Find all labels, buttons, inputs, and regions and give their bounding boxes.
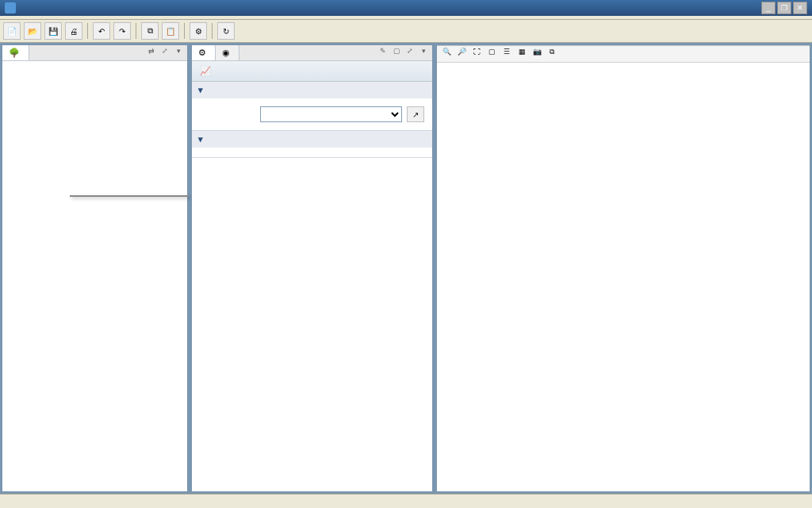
tab-material-browser[interactable]: ◉ <box>216 45 239 60</box>
copy-button[interactable]: ⧉ <box>141 22 159 40</box>
model-builder-tab[interactable]: 🌳 <box>2 45 29 60</box>
undo-button[interactable]: ↶ <box>93 22 110 40</box>
maximize-button[interactable]: ❐ <box>777 2 791 14</box>
tree-icon: 🌳 <box>9 48 20 58</box>
dataset-goto-button[interactable]: ↗ <box>407 106 424 122</box>
open-button[interactable]: 📂 <box>24 22 41 40</box>
brush-icon[interactable]: ✎ <box>377 47 389 58</box>
close-tab-icon[interactable]: ▾ <box>418 47 429 58</box>
expand-icon[interactable]: ⤢ <box>159 47 170 58</box>
section-plot-settings-header[interactable]: ▾ <box>192 131 432 148</box>
new-button[interactable]: 📄 <box>3 22 21 40</box>
paste-button[interactable]: 📋 <box>162 22 179 40</box>
zoom-in-icon[interactable]: 🔍 <box>440 48 453 60</box>
section-data-header[interactable]: ▾ <box>192 82 432 98</box>
min-icon[interactable]: ▢ <box>391 47 402 58</box>
graphics-canvas[interactable] <box>437 63 810 491</box>
close-button[interactable]: ✕ <box>793 2 807 14</box>
collapse-arrow-icon: ▾ <box>198 85 203 95</box>
menu-icon[interactable]: ▾ <box>173 47 184 58</box>
app-icon <box>5 2 16 13</box>
graphics-toolbar: 🔍 🔎 ⛶ ▢ ☰ ▦ 📷 ⧉ <box>437 46 810 63</box>
view-list-icon[interactable]: ☰ <box>500 48 513 60</box>
titlebar: _ ❐ ✕ <box>0 0 812 16</box>
statusbar <box>0 494 812 508</box>
graphics-panel: 🔍 🔎 ⛶ ▢ ☰ ▦ 📷 ⧉ <box>436 44 810 492</box>
settings-panel: ⚙ ◉ ✎ ▢ ⤢ ▾ 📈 ▾ <box>191 44 433 492</box>
model-tree[interactable] <box>2 61 187 491</box>
settings-icon: ⚙ <box>198 48 206 58</box>
window-controls: _ ❐ ✕ <box>761 2 807 14</box>
main-toolbar: 📄 📂 💾 🖨 ↶ ↷ ⧉ 📋 ⚙ ↻ <box>0 20 812 43</box>
collapse-icon[interactable]: ⇄ <box>146 47 157 58</box>
zoom-out-icon[interactable]: 🔎 <box>455 48 468 60</box>
view-grid-icon[interactable]: ▦ <box>515 48 528 60</box>
zoom-extents-icon[interactable]: ⛶ <box>470 48 483 60</box>
save-button[interactable]: 💾 <box>44 22 62 40</box>
refresh-button[interactable]: ↻ <box>217 22 235 40</box>
main-area: 🌳 ⇄ ⤢ ▾ ⚙ ◉ ✎ ▢ ⤢ ▾ <box>0 43 812 494</box>
material-icon: ◉ <box>222 48 230 58</box>
plot-area <box>437 63 810 491</box>
redo-button[interactable]: ↷ <box>113 22 131 40</box>
settings-header: 📈 <box>192 61 432 82</box>
detach-icon[interactable]: ⧉ <box>546 48 558 60</box>
print-button[interactable]: 🖨 <box>65 22 82 40</box>
snapshot-icon[interactable]: 📷 <box>530 48 543 60</box>
model-builder-panel: 🌳 ⇄ ⤢ ▾ <box>2 44 188 492</box>
collapse-arrow-icon: ▾ <box>198 134 203 144</box>
dataset-select[interactable] <box>260 106 402 122</box>
tab-settings[interactable]: ⚙ <box>192 45 216 60</box>
build-button[interactable]: ⚙ <box>190 22 207 40</box>
zoom-box-icon[interactable]: ▢ <box>485 48 498 60</box>
max-icon[interactable]: ⤢ <box>404 47 416 58</box>
context-menu <box>70 195 189 197</box>
plot-group-icon: 📈 <box>200 66 211 76</box>
minimize-button[interactable]: _ <box>761 2 776 14</box>
